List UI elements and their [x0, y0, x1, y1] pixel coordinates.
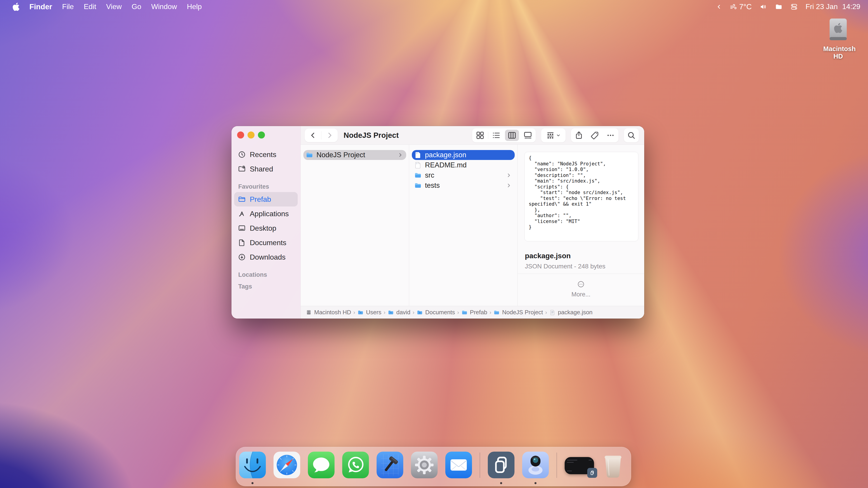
tag-icon-button[interactable]	[587, 128, 602, 142]
dock-finder-icon[interactable]	[239, 452, 266, 485]
path-label: Prefab	[470, 309, 487, 316]
path-segment-users[interactable]: Users	[358, 309, 381, 316]
path-segment-package-json[interactable]: package.json	[549, 309, 592, 316]
menu-bar-status: 7°C Fri 23 Jan 14:29	[716, 2, 860, 11]
view-columns-button[interactable]	[504, 128, 520, 142]
more-options-button[interactable]	[602, 128, 618, 142]
apple-logo-icon	[13, 3, 20, 11]
sidebar-item-label: Documents	[250, 238, 286, 247]
path-chevron: ›	[545, 309, 547, 316]
more-info-button[interactable]: More...	[518, 280, 644, 298]
view-grid-button[interactable]	[472, 128, 488, 142]
path-chevron: ›	[353, 309, 355, 316]
menu-item-go[interactable]: Go	[127, 2, 146, 11]
shared-folder-icon	[238, 165, 246, 173]
chevron-right-icon	[506, 173, 512, 178]
path-segment-documents[interactable]: Documents	[416, 309, 455, 316]
control-center-icon[interactable]	[790, 3, 798, 11]
sidebar-section-tags[interactable]: Tags	[231, 280, 301, 292]
file-row-tests[interactable]: tests	[412, 181, 515, 191]
chevron-left-icon[interactable]	[716, 4, 722, 10]
wind-icon	[730, 3, 737, 11]
chevron-down-icon	[556, 133, 561, 138]
file-row-nodejs-project[interactable]: NodeJS Project	[303, 150, 406, 160]
group-by-button[interactable]	[541, 128, 565, 142]
folder-icon	[416, 309, 423, 316]
sidebar-section-locations[interactable]: Locations	[231, 268, 301, 280]
app-store-icon	[238, 210, 246, 218]
path-segment-david[interactable]: david	[388, 309, 410, 316]
share-button[interactable]	[571, 128, 587, 142]
dock-messages-icon[interactable]	[308, 452, 335, 485]
menu-item-edit[interactable]: Edit	[79, 2, 101, 11]
navigation-buttons	[305, 129, 338, 142]
dock-trash-icon[interactable]	[602, 452, 624, 485]
search-button[interactable]	[624, 128, 639, 142]
weather-status[interactable]: 7°C	[730, 2, 752, 11]
folder-icon	[306, 151, 313, 159]
column-view: NodeJS Project package.json	[301, 144, 644, 306]
desktop-volume-macintosh-hd[interactable]: Macintosh HD	[823, 18, 853, 60]
running-indicator	[535, 482, 537, 484]
preview-file-meta: JSON Document - 248 bytes	[525, 263, 644, 270]
toolbar: NodeJS Project	[301, 126, 644, 144]
folder-icon	[461, 309, 468, 316]
dock-lens-app-icon[interactable]	[522, 452, 549, 485]
sidebar-item-recents[interactable]: Recents	[234, 147, 298, 162]
menu-bar: Finder File Edit View Go Window Help 7°C…	[0, 0, 868, 13]
menu-item-view[interactable]: View	[101, 2, 127, 11]
finder-window: Recents Shared Favourites Prefab	[231, 126, 644, 319]
volume-icon[interactable]	[760, 3, 767, 11]
dock-xcode-icon[interactable]	[377, 452, 403, 485]
home-folder-icon	[388, 309, 394, 316]
window-controls	[237, 131, 265, 138]
view-gallery-button[interactable]	[520, 128, 536, 142]
zoom-button[interactable]	[258, 131, 265, 138]
minimize-button[interactable]	[248, 131, 254, 138]
sidebar-item-prefab[interactable]: Prefab	[234, 192, 298, 206]
column-1: NodeJS Project	[301, 144, 409, 306]
time-label: 14:29	[842, 2, 860, 11]
view-list-button[interactable]	[488, 128, 504, 142]
file-name: src	[425, 171, 434, 180]
back-button[interactable]	[309, 131, 317, 139]
sidebar-item-label: Recents	[250, 151, 276, 159]
dock-minimized-window-thumbnail[interactable]	[565, 452, 594, 485]
sidebar-item-documents[interactable]: Documents	[234, 235, 298, 250]
file-row-readme-md[interactable]: README.md	[412, 160, 515, 170]
path-chevron: ›	[457, 309, 459, 316]
dock-system-settings-icon[interactable]	[411, 452, 438, 485]
close-button[interactable]	[237, 131, 244, 138]
dock-mail-icon[interactable]	[445, 452, 472, 485]
sidebar-item-downloads[interactable]: Downloads	[234, 250, 298, 264]
path-segment-nodejs-project[interactable]: NodeJS Project	[493, 309, 543, 316]
path-label: david	[396, 309, 410, 316]
menu-item-finder[interactable]: Finder	[24, 2, 57, 11]
sidebar-item-shared[interactable]: Shared	[234, 162, 298, 176]
sidebar-item-applications[interactable]: Applications	[234, 206, 298, 221]
dock-prefab-app-icon[interactable]	[488, 452, 515, 485]
circle-ellipsis-icon	[577, 280, 585, 288]
path-segment-macintosh-hd[interactable]: Macintosh HD	[306, 309, 351, 316]
sidebar-item-desktop[interactable]: Desktop	[234, 221, 298, 235]
folder-icon	[493, 309, 500, 316]
date-label: Fri 23 Jan	[806, 2, 838, 11]
menu-item-help[interactable]: Help	[182, 2, 207, 11]
file-row-package-json[interactable]: package.json	[412, 150, 515, 160]
path-segment-prefab[interactable]: Prefab	[461, 309, 487, 316]
file-content-preview: { "name": "NodeJS Project", "version": "…	[524, 152, 638, 241]
dock-separator	[480, 453, 480, 478]
path-label: Macintosh HD	[314, 309, 351, 316]
volume-label: Macintosh HD	[823, 45, 853, 60]
dock-whatsapp-icon[interactable]	[342, 452, 369, 485]
file-row-src[interactable]: src	[412, 170, 515, 180]
forward-button[interactable]	[326, 131, 333, 139]
folder-status-icon[interactable]	[775, 3, 782, 11]
menu-item-window[interactable]: Window	[146, 2, 182, 11]
desktop-icon	[238, 224, 246, 232]
menu-bar-clock[interactable]: Fri 23 Jan 14:29	[806, 2, 860, 11]
dock-safari-icon[interactable]	[274, 452, 300, 485]
sidebar-section-favourites: Favourites	[231, 180, 301, 192]
menu-item-file[interactable]: File	[57, 2, 79, 11]
apple-menu[interactable]	[8, 3, 24, 11]
